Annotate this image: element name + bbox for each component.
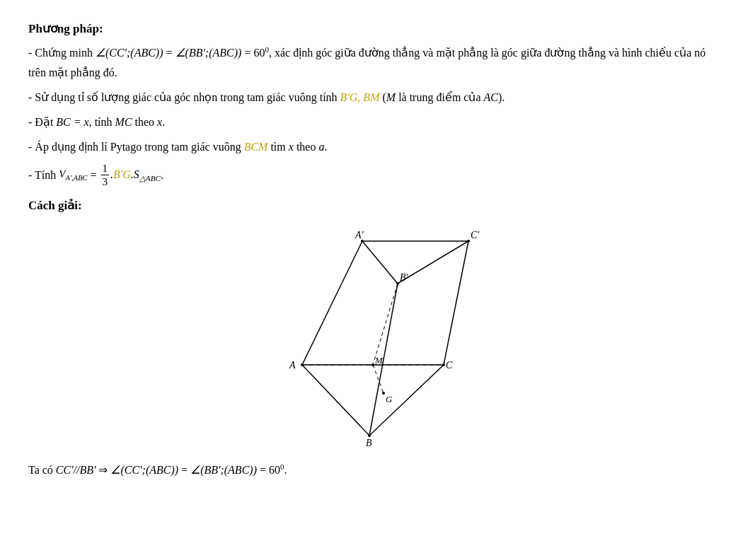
label-b: B xyxy=(366,438,372,446)
label-b-prime: B' xyxy=(400,272,409,283)
svg-point-10 xyxy=(396,282,399,285)
fraction-one-third: 1 3 xyxy=(101,162,110,188)
section-title-solution: Cách giải: xyxy=(28,198,710,213)
svg-point-9 xyxy=(467,240,470,243)
svg-point-13 xyxy=(368,434,371,437)
method-line-4: - Áp dụng định lí Pytago trong tam giác … xyxy=(28,137,710,156)
label-c-prime: C' xyxy=(471,230,480,240)
geometry-diagram: A' C' B' A C B M G xyxy=(28,227,710,446)
method-line-5: - Tính VA',ABC = 1 3 .B'G.S△ABC. xyxy=(28,162,710,188)
conclusion-line: Ta có CC'//BB' ⇒ ∠(CC';(ABC)) = ∠(BB';(A… xyxy=(28,460,710,480)
method-line-3: - Đặt BC = x, tính MC theo x. xyxy=(28,112,710,132)
label-m: M xyxy=(374,355,384,366)
diagram-svg: A' C' B' A C B M G xyxy=(246,227,493,446)
svg-point-15 xyxy=(382,392,385,395)
label-a: A xyxy=(289,360,296,371)
label-c: C xyxy=(446,360,453,371)
section-title-method: Phương pháp: xyxy=(28,21,710,36)
svg-marker-0 xyxy=(362,241,468,284)
svg-point-8 xyxy=(361,240,364,243)
svg-point-12 xyxy=(442,363,445,366)
svg-point-14 xyxy=(371,363,374,366)
method-line-2: - Sử dụng tỉ số lượng giác của góc nhọn … xyxy=(28,88,710,107)
method-line-1: - Chứng minh ∠(CC';(ABC)) = ∠(BB';(ABC))… xyxy=(28,43,710,82)
label-a-prime: A' xyxy=(354,230,364,240)
label-g: G xyxy=(386,394,393,404)
svg-point-11 xyxy=(301,363,304,366)
svg-line-4 xyxy=(444,241,468,365)
svg-line-2 xyxy=(302,241,362,365)
svg-marker-1 xyxy=(302,365,444,436)
